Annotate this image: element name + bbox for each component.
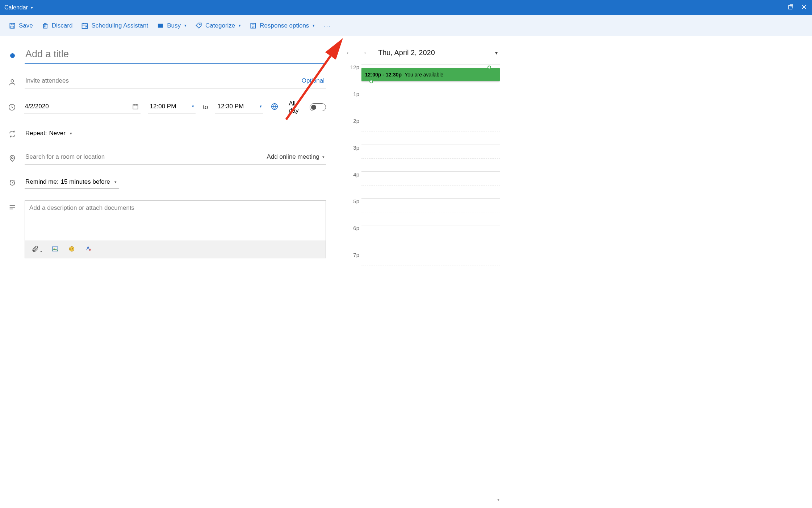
attendees-input[interactable] — [25, 76, 297, 86]
mini-calendar-date[interactable]: Thu, April 2, 2020 — [378, 49, 488, 57]
close-icon[interactable] — [800, 3, 808, 12]
event-resize-handle-bottom[interactable] — [369, 80, 373, 83]
mini-calendar-header: ← → Thu, April 2, 2020 ▾ — [344, 49, 500, 57]
hour-slot[interactable] — [361, 171, 500, 198]
optional-attendees-button[interactable]: Optional — [297, 77, 326, 84]
hour-label: 4p — [344, 171, 361, 198]
window-titlebar: Calendar ▾ — [0, 0, 812, 15]
start-time-value: 12:00 PM — [150, 103, 176, 110]
allday-toggle[interactable] — [310, 103, 326, 111]
formatting-button[interactable] — [85, 245, 92, 254]
calendar-icon — [132, 103, 139, 110]
remind-value: 15 minutes before — [61, 178, 110, 186]
attach-button[interactable]: ▾ — [32, 245, 42, 254]
hour-label: 3p — [344, 145, 361, 171]
start-time-picker[interactable]: 12:00 PM ▾ — [148, 101, 196, 113]
repeat-label: Repeat: — [25, 130, 47, 137]
event-title-input[interactable] — [25, 47, 326, 64]
calendar-color-dot — [10, 53, 15, 58]
prev-day-button[interactable]: ← — [346, 49, 353, 57]
repeat-icon — [7, 130, 17, 138]
chevron-down-icon: ▾ — [260, 104, 262, 109]
svg-rect-4 — [82, 24, 88, 28]
categorize-label: Categorize — [205, 22, 235, 29]
day-timeline[interactable]: ▴ 12p1p2p3p4p5p6p7p 12:00p - 12:30p You … — [344, 64, 500, 504]
hour-label: 1p — [344, 91, 361, 118]
response-label: Response options — [260, 22, 309, 29]
repeat-value: Never — [49, 130, 66, 137]
description-textarea[interactable] — [25, 201, 326, 241]
hour-row: 2p — [344, 118, 500, 145]
hour-slot[interactable] — [361, 198, 500, 225]
chevron-down-icon: ▾ — [70, 131, 72, 136]
response-options-dropdown[interactable]: Response options ▾ — [250, 22, 315, 29]
chevron-down-icon: ▾ — [40, 249, 42, 253]
discard-button[interactable]: Discard — [42, 22, 73, 29]
hour-row: 4p — [344, 171, 500, 198]
save-label: Save — [19, 22, 33, 29]
end-time-picker[interactable]: 12:30 PM ▾ — [215, 101, 263, 113]
hour-label: 2p — [344, 118, 361, 145]
scheduling-assistant-button[interactable]: Scheduling Assistant — [81, 22, 148, 29]
reminder-dropdown[interactable]: Remind me: 15 minutes before ▾ — [25, 176, 119, 189]
chevron-down-icon: ▾ — [114, 180, 117, 184]
hour-row: 7p — [344, 252, 500, 279]
clock-icon — [7, 103, 17, 111]
description-toolbar: ▾ — [25, 241, 326, 258]
end-time-value: 12:30 PM — [217, 103, 244, 110]
svg-point-13 — [12, 157, 13, 158]
hour-row: 3p — [344, 145, 500, 171]
hour-row: 5p — [344, 198, 500, 225]
titlebar-calendar-label[interactable]: Calendar ▾ — [4, 4, 33, 11]
scroll-down-caret[interactable]: ▾ — [496, 497, 500, 502]
repeat-dropdown[interactable]: Repeat: Never ▾ — [25, 128, 74, 140]
hour-label: 5p — [344, 198, 361, 225]
timezone-icon[interactable] — [271, 103, 279, 112]
svg-rect-5 — [158, 24, 163, 28]
window-title: Calendar — [4, 4, 28, 11]
date-picker[interactable]: 4/2/2020 — [24, 101, 140, 113]
hour-row: 1p — [344, 91, 500, 118]
chevron-down-icon: ▾ — [322, 155, 325, 159]
description-box: ▾ — [25, 200, 326, 258]
event-resize-handle-top[interactable] — [487, 66, 491, 69]
emoji-button[interactable] — [68, 245, 75, 254]
hour-label: 12p — [344, 64, 361, 91]
svg-point-9 — [11, 79, 13, 82]
chevron-down-icon[interactable]: ▾ — [495, 50, 498, 56]
person-icon — [7, 78, 17, 86]
event-toolbar: Save Discard Scheduling Assistant Busy ▾… — [0, 15, 812, 36]
to-label: to — [203, 104, 208, 111]
hour-label: 6p — [344, 225, 361, 252]
busy-label: Busy — [167, 22, 181, 29]
chevron-down-icon: ▾ — [184, 23, 187, 28]
save-button[interactable]: Save — [9, 22, 33, 29]
hour-slot[interactable] — [361, 145, 500, 171]
hour-slot[interactable] — [361, 118, 500, 145]
categorize-dropdown[interactable]: Categorize ▾ — [195, 22, 241, 29]
svg-point-18 — [71, 248, 71, 249]
date-value: 4/2/2020 — [25, 103, 49, 110]
popout-icon[interactable] — [787, 4, 794, 12]
allday-label: All day — [289, 100, 306, 114]
event-status: You are available — [405, 72, 443, 78]
description-icon — [7, 200, 17, 211]
svg-point-17 — [70, 246, 74, 251]
svg-rect-2 — [11, 26, 14, 28]
insert-image-button[interactable] — [51, 245, 59, 254]
hour-slot[interactable] — [361, 225, 500, 252]
more-actions-button[interactable]: ⋯ — [323, 21, 331, 30]
chevron-down-icon: ▾ — [313, 23, 315, 28]
svg-rect-3 — [43, 24, 47, 28]
location-input[interactable] — [25, 152, 265, 162]
busy-dropdown[interactable]: Busy ▾ — [157, 22, 187, 29]
hour-slot[interactable] — [361, 91, 500, 118]
svg-rect-11 — [133, 105, 138, 109]
next-day-button[interactable]: → — [360, 49, 367, 57]
hour-row: 6p — [344, 225, 500, 252]
hour-slot[interactable] — [361, 252, 500, 279]
scheduling-label: Scheduling Assistant — [91, 22, 148, 29]
event-preview[interactable]: 12:00p - 12:30p You are available — [361, 68, 500, 81]
add-online-meeting-dropdown[interactable]: Add online meeting ▾ — [265, 153, 326, 161]
chevron-down-icon: ▾ — [31, 5, 33, 10]
